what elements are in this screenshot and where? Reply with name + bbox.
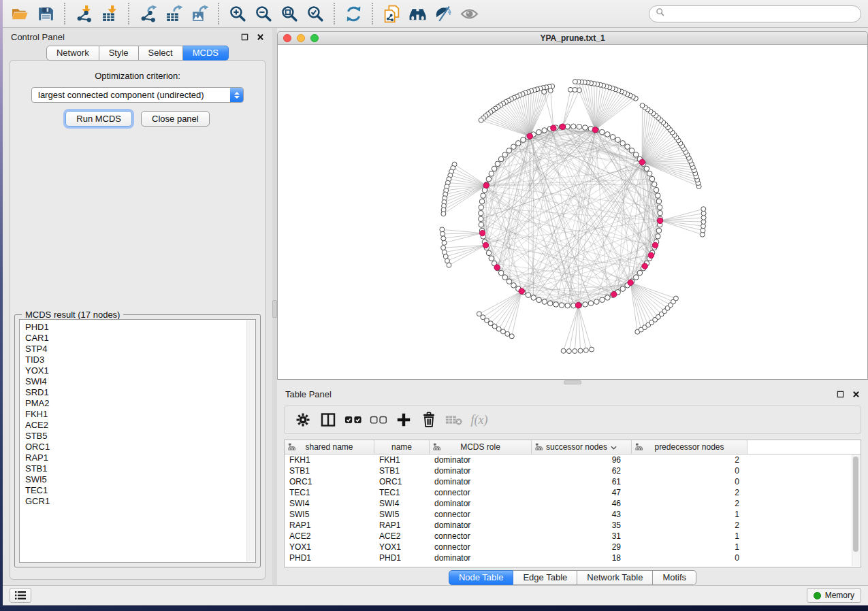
table-scrollbar[interactable]: [852, 455, 860, 566]
table-row[interactable]: ACE2ACE2connector311: [285, 531, 861, 542]
run-mcds-button[interactable]: Run MCDS: [65, 111, 132, 127]
table-row[interactable]: SWI5SWI5connector431: [285, 509, 861, 520]
refresh-icon[interactable]: [343, 3, 364, 24]
mcds-result-item[interactable]: STB5: [25, 431, 242, 442]
tab-style[interactable]: Style: [99, 46, 139, 61]
node-table-header: shared namenameMCDS rolesuccessor nodesp…: [285, 440, 861, 455]
control-panel-title: Control Panel: [11, 32, 65, 42]
mcds-result-item[interactable]: GCR1: [25, 496, 242, 507]
tab-select[interactable]: Select: [139, 46, 183, 61]
gear-icon[interactable]: [294, 411, 312, 429]
tab-network-table[interactable]: Network Table: [577, 570, 653, 585]
unselect-all-icon[interactable]: [370, 411, 387, 429]
criterion-dropdown[interactable]: largest connected component (undirected): [31, 87, 244, 103]
cell-MCDS-role: dominator: [430, 499, 532, 508]
horizontal-splitter-handle[interactable]: [564, 380, 581, 384]
zoom-selected-icon[interactable]: [305, 3, 325, 24]
mcds-result-item[interactable]: YOX1: [25, 365, 242, 376]
export-table-icon[interactable]: [163, 3, 184, 24]
clone-network-icon[interactable]: [381, 3, 402, 24]
import-network-icon[interactable]: [74, 3, 94, 24]
table-row[interactable]: YOX1YOX1connector291: [285, 542, 861, 552]
table-row[interactable]: FKH1FKH1dominator962: [285, 455, 861, 465]
float-table-panel-icon[interactable]: [837, 391, 844, 398]
vertical-splitter-handle[interactable]: [272, 300, 277, 318]
cell-name: YOX1: [374, 542, 430, 552]
mcds-result-item[interactable]: TEC1: [25, 485, 242, 496]
mcds-result-item[interactable]: PHD1: [25, 322, 242, 333]
mcds-result-item[interactable]: FKH1: [25, 409, 242, 420]
column-header-name[interactable]: name: [374, 440, 430, 454]
mcds-result-item[interactable]: SWI5: [25, 474, 242, 485]
horizontal-splitter[interactable]: [277, 380, 868, 385]
tab-mcds[interactable]: MCDS: [183, 46, 229, 61]
memory-button[interactable]: Memory: [807, 588, 861, 603]
cell-MCDS-role: dominator: [430, 553, 532, 563]
cell-name: SWI4: [374, 499, 430, 508]
column-header-filler: [748, 440, 861, 454]
mcds-result-item[interactable]: SWI4: [25, 376, 242, 387]
table-row[interactable]: RAP1RAP1dominator352: [285, 520, 861, 531]
tab-edge-table[interactable]: Edge Table: [513, 570, 577, 585]
table-row[interactable]: ORC1ORC1dominator610: [285, 476, 861, 487]
vertical-splitter[interactable]: [272, 28, 277, 585]
export-image-icon[interactable]: [189, 3, 210, 24]
mcds-result-item[interactable]: STB1: [25, 463, 242, 474]
mcds-result-item[interactable]: ORC1: [25, 442, 242, 452]
table-row[interactable]: STB1STB1dominator620: [285, 465, 861, 476]
column-header-successor-nodes[interactable]: successor nodes: [532, 440, 632, 454]
mcds-result-item[interactable]: PMA2: [25, 398, 242, 409]
cell-successor-nodes: 35: [532, 521, 632, 530]
hide-details-icon[interactable]: [433, 3, 453, 24]
column-header-predecessor-nodes[interactable]: predecessor nodes: [632, 440, 748, 454]
columns-icon[interactable]: [319, 411, 337, 429]
cytoscape-app-window: Control Panel NetworkStyleSelectMCDS Opt…: [3, 0, 868, 606]
add-row-icon[interactable]: [395, 411, 413, 429]
float-panel-icon[interactable]: [241, 33, 248, 41]
mcds-result-item[interactable]: RAP1: [25, 452, 242, 463]
network-window-titlebar[interactable]: YPA_prune.txt_1: [278, 32, 867, 45]
export-network-icon[interactable]: [138, 3, 158, 24]
mcds-result-scrollbar[interactable]: [246, 320, 255, 561]
close-table-panel-icon[interactable]: [852, 391, 860, 398]
cell-successor-nodes: 46: [532, 499, 632, 508]
tab-motifs[interactable]: Motifs: [653, 570, 696, 585]
table-row[interactable]: TEC1TEC1connector472: [285, 487, 861, 498]
zoom-fit-icon[interactable]: [279, 3, 300, 24]
save-session-icon[interactable]: [35, 3, 56, 24]
search-box[interactable]: [649, 5, 861, 22]
table-scrollbar-thumb[interactable]: [853, 457, 858, 552]
cell-MCDS-role: dominator: [430, 521, 532, 530]
table-panel: Table Panel f(x) shared namenameMCDS rol…: [277, 385, 868, 585]
mcds-result-item[interactable]: SRD1: [25, 387, 242, 398]
mcds-result-item[interactable]: STP4: [25, 344, 242, 354]
zoom-in-icon[interactable]: [227, 3, 248, 24]
open-file-icon[interactable]: [10, 3, 30, 24]
right-stack: YPA_prune.txt_1 Table Panel f(x) sha: [277, 28, 868, 585]
cell-predecessor-nodes: 2: [632, 521, 748, 530]
task-history-button[interactable]: [10, 588, 31, 603]
mcds-result-item[interactable]: TID3: [25, 354, 242, 365]
mcds-result-item[interactable]: CAR1: [25, 333, 242, 344]
tab-node-table[interactable]: Node Table: [449, 570, 514, 585]
delete-row-icon[interactable]: [420, 411, 438, 429]
column-header-shared-name[interactable]: shared name: [285, 440, 374, 454]
mcds-result-item[interactable]: ACE2: [25, 420, 242, 431]
column-header-MCDS-role[interactable]: MCDS role: [430, 440, 532, 454]
search-input[interactable]: [669, 8, 854, 19]
close-panel-icon[interactable]: [257, 33, 264, 41]
main-area: Control Panel NetworkStyleSelectMCDS Opt…: [3, 28, 868, 585]
cell-predecessor-nodes: 2: [632, 499, 748, 508]
table-row[interactable]: SWI4SWI4dominator462: [285, 498, 861, 509]
network-canvas[interactable]: [278, 45, 867, 379]
import-table-icon[interactable]: [99, 3, 120, 24]
zoom-out-icon[interactable]: [253, 3, 274, 24]
mcds-result-list[interactable]: PHD1CAR1STP4TID3YOX1SWI4SRD1PMA2FKH1ACE2…: [19, 319, 256, 563]
tab-network[interactable]: Network: [46, 46, 99, 61]
table-row[interactable]: PHD1PHD1dominator180: [285, 552, 861, 563]
select-all-icon[interactable]: [344, 411, 362, 429]
cell-shared-name: SWI4: [285, 499, 374, 508]
column-type-icon: [288, 443, 295, 452]
first-neighbors-icon[interactable]: [407, 3, 428, 24]
close-panel-button[interactable]: Close panel: [141, 111, 210, 127]
